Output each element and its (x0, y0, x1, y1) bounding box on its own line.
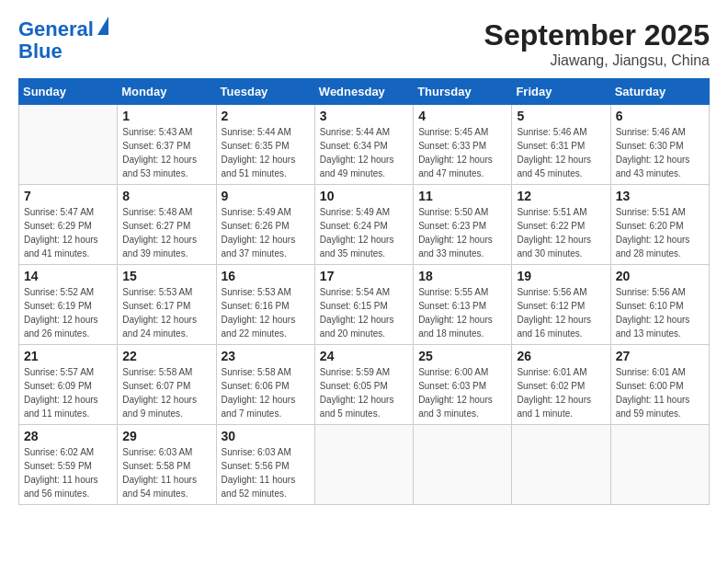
calendar-cell: 5Sunrise: 5:46 AM Sunset: 6:31 PM Daylig… (512, 105, 610, 185)
day-info: Sunrise: 5:46 AM Sunset: 6:31 PM Dayligh… (517, 125, 605, 180)
calendar-cell: 29Sunrise: 6:03 AM Sunset: 5:58 PM Dayli… (118, 425, 216, 505)
calendar-header-row: SundayMondayTuesdayWednesdayThursdayFrid… (19, 79, 710, 105)
day-number: 24 (320, 349, 408, 363)
day-info: Sunrise: 5:56 AM Sunset: 6:12 PM Dayligh… (517, 285, 605, 340)
day-number: 5 (517, 109, 605, 123)
day-info: Sunrise: 5:45 AM Sunset: 6:33 PM Dayligh… (418, 125, 506, 180)
weekday-header-wednesday: Wednesday (314, 79, 413, 105)
day-info: Sunrise: 6:03 AM Sunset: 5:58 PM Dayligh… (122, 445, 210, 500)
page-header: General Blue September 2025 Jiawang, Jia… (18, 18, 710, 69)
calendar-week-row: 21Sunrise: 5:57 AM Sunset: 6:09 PM Dayli… (19, 345, 710, 425)
day-info: Sunrise: 5:46 AM Sunset: 6:30 PM Dayligh… (616, 125, 704, 180)
calendar-cell: 23Sunrise: 5:58 AM Sunset: 6:06 PM Dayli… (216, 345, 314, 425)
calendar-cell (610, 425, 709, 505)
day-info: Sunrise: 5:44 AM Sunset: 6:35 PM Dayligh… (222, 125, 310, 180)
calendar-cell: 28Sunrise: 6:02 AM Sunset: 5:59 PM Dayli… (19, 425, 118, 505)
day-info: Sunrise: 5:47 AM Sunset: 6:29 PM Dayligh… (24, 205, 112, 260)
day-info: Sunrise: 5:53 AM Sunset: 6:16 PM Dayligh… (222, 285, 310, 340)
calendar-cell: 30Sunrise: 6:03 AM Sunset: 5:56 PM Dayli… (216, 425, 314, 505)
day-info: Sunrise: 5:49 AM Sunset: 6:26 PM Dayligh… (222, 205, 310, 260)
day-number: 29 (122, 429, 210, 443)
day-number: 15 (122, 269, 210, 283)
logo-triangle-icon (97, 17, 108, 35)
day-number: 22 (122, 349, 210, 363)
calendar-cell: 21Sunrise: 5:57 AM Sunset: 6:09 PM Dayli… (19, 345, 118, 425)
day-number: 13 (616, 189, 704, 203)
day-info: Sunrise: 5:57 AM Sunset: 6:09 PM Dayligh… (24, 365, 112, 420)
day-info: Sunrise: 5:53 AM Sunset: 6:17 PM Dayligh… (122, 285, 210, 340)
day-number: 6 (616, 109, 704, 123)
day-number: 7 (24, 189, 112, 203)
day-info: Sunrise: 5:52 AM Sunset: 6:19 PM Dayligh… (24, 285, 112, 340)
day-info: Sunrise: 5:43 AM Sunset: 6:37 PM Dayligh… (122, 125, 210, 180)
day-number: 23 (222, 349, 310, 363)
calendar-cell: 27Sunrise: 6:01 AM Sunset: 6:00 PM Dayli… (610, 345, 709, 425)
day-info: Sunrise: 5:51 AM Sunset: 6:22 PM Dayligh… (517, 205, 605, 260)
day-number: 16 (222, 269, 310, 283)
calendar-cell: 19Sunrise: 5:56 AM Sunset: 6:12 PM Dayli… (512, 265, 610, 345)
day-info: Sunrise: 5:58 AM Sunset: 6:06 PM Dayligh… (222, 365, 310, 420)
calendar-cell: 24Sunrise: 5:59 AM Sunset: 6:05 PM Dayli… (314, 345, 413, 425)
calendar-cell (314, 425, 413, 505)
weekday-header-saturday: Saturday (610, 79, 709, 105)
day-info: Sunrise: 5:51 AM Sunset: 6:20 PM Dayligh… (616, 205, 704, 260)
day-number: 9 (222, 189, 310, 203)
calendar-cell: 2Sunrise: 5:44 AM Sunset: 6:35 PM Daylig… (216, 105, 314, 185)
day-number: 2 (222, 109, 310, 123)
calendar-cell: 16Sunrise: 5:53 AM Sunset: 6:16 PM Dayli… (216, 265, 314, 345)
day-number: 3 (320, 109, 408, 123)
calendar-cell: 17Sunrise: 5:54 AM Sunset: 6:15 PM Dayli… (314, 265, 413, 345)
calendar-week-row: 28Sunrise: 6:02 AM Sunset: 5:59 PM Dayli… (19, 425, 710, 505)
calendar-cell: 11Sunrise: 5:50 AM Sunset: 6:23 PM Dayli… (414, 185, 512, 265)
calendar-cell: 22Sunrise: 5:58 AM Sunset: 6:07 PM Dayli… (118, 345, 216, 425)
calendar-cell: 15Sunrise: 5:53 AM Sunset: 6:17 PM Dayli… (118, 265, 216, 345)
calendar-title: September 2025 (484, 18, 710, 52)
day-number: 4 (418, 109, 506, 123)
weekday-header-tuesday: Tuesday (216, 79, 314, 105)
day-number: 8 (122, 189, 210, 203)
calendar-cell: 25Sunrise: 6:00 AM Sunset: 6:03 PM Dayli… (414, 345, 512, 425)
day-info: Sunrise: 5:56 AM Sunset: 6:10 PM Dayligh… (616, 285, 704, 340)
day-number: 19 (517, 269, 605, 283)
day-number: 10 (320, 189, 408, 203)
day-number: 11 (418, 189, 506, 203)
day-number: 27 (616, 349, 704, 363)
calendar-table: SundayMondayTuesdayWednesdayThursdayFrid… (18, 78, 710, 505)
day-info: Sunrise: 6:02 AM Sunset: 5:59 PM Dayligh… (24, 445, 112, 500)
calendar-cell: 20Sunrise: 5:56 AM Sunset: 6:10 PM Dayli… (610, 265, 709, 345)
day-number: 28 (24, 429, 112, 443)
day-info: Sunrise: 5:49 AM Sunset: 6:24 PM Dayligh… (320, 205, 408, 260)
calendar-cell: 14Sunrise: 5:52 AM Sunset: 6:19 PM Dayli… (19, 265, 118, 345)
calendar-cell (512, 425, 610, 505)
day-number: 20 (616, 269, 704, 283)
weekday-header-sunday: Sunday (19, 79, 118, 105)
calendar-cell (19, 105, 118, 185)
logo-text-line2: Blue (18, 40, 63, 63)
calendar-cell: 26Sunrise: 6:01 AM Sunset: 6:02 PM Dayli… (512, 345, 610, 425)
calendar-cell: 13Sunrise: 5:51 AM Sunset: 6:20 PM Dayli… (610, 185, 709, 265)
weekday-header-monday: Monday (118, 79, 216, 105)
calendar-cell: 10Sunrise: 5:49 AM Sunset: 6:24 PM Dayli… (314, 185, 413, 265)
day-number: 12 (517, 189, 605, 203)
day-info: Sunrise: 6:00 AM Sunset: 6:03 PM Dayligh… (418, 365, 506, 420)
calendar-week-row: 7Sunrise: 5:47 AM Sunset: 6:29 PM Daylig… (19, 185, 710, 265)
day-info: Sunrise: 6:01 AM Sunset: 6:00 PM Dayligh… (616, 365, 704, 420)
logo-text-line1: General (18, 18, 94, 40)
day-number: 17 (320, 269, 408, 283)
day-info: Sunrise: 5:59 AM Sunset: 6:05 PM Dayligh… (320, 365, 408, 420)
day-number: 18 (418, 269, 506, 283)
day-number: 1 (122, 109, 210, 123)
calendar-cell: 18Sunrise: 5:55 AM Sunset: 6:13 PM Dayli… (414, 265, 512, 345)
day-number: 25 (418, 349, 506, 363)
day-number: 14 (24, 269, 112, 283)
calendar-cell: 9Sunrise: 5:49 AM Sunset: 6:26 PM Daylig… (216, 185, 314, 265)
title-block: September 2025 Jiawang, Jiangsu, China (484, 18, 710, 69)
calendar-cell: 12Sunrise: 5:51 AM Sunset: 6:22 PM Dayli… (512, 185, 610, 265)
day-number: 21 (24, 349, 112, 363)
day-info: Sunrise: 5:58 AM Sunset: 6:07 PM Dayligh… (122, 365, 210, 420)
day-info: Sunrise: 5:44 AM Sunset: 6:34 PM Dayligh… (320, 125, 408, 180)
logo: General Blue (18, 18, 108, 63)
calendar-week-row: 14Sunrise: 5:52 AM Sunset: 6:19 PM Dayli… (19, 265, 710, 345)
calendar-cell: 4Sunrise: 5:45 AM Sunset: 6:33 PM Daylig… (414, 105, 512, 185)
calendar-cell: 8Sunrise: 5:48 AM Sunset: 6:27 PM Daylig… (118, 185, 216, 265)
